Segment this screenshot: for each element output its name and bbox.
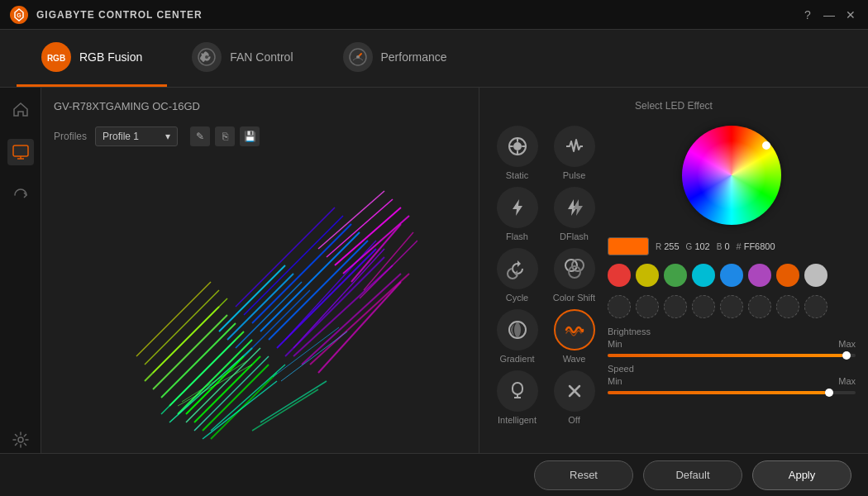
rgb-fusion-icon: RGB — [41, 42, 71, 72]
sidebar-item-home[interactable] — [7, 96, 34, 122]
help-button[interactable]: ? — [800, 7, 815, 22]
sidebar-item-monitor[interactable] — [7, 139, 34, 165]
svg-line-58 — [364, 232, 413, 290]
effect-off-btn[interactable] — [554, 370, 595, 412]
color-circle-custom-8[interactable] — [804, 295, 827, 318]
speed-label: Speed — [608, 364, 634, 374]
brightness-fill — [608, 354, 843, 357]
b-value: 0 — [724, 241, 729, 251]
svg-line-46 — [236, 282, 302, 348]
effect-flash-btn[interactable] — [497, 187, 538, 228]
color-circle-blue[interactable] — [720, 264, 743, 287]
apply-button[interactable]: Apply — [752, 460, 851, 490]
effect-gradient-btn[interactable] — [497, 309, 538, 351]
profile-action-icons: ✎ ⎘ 💾 — [190, 126, 260, 146]
effect-colorshift-btn[interactable] — [554, 248, 595, 289]
speed-thumb[interactable] — [825, 389, 833, 397]
svg-line-37 — [293, 249, 384, 348]
effect-cycle[interactable]: Cycle — [492, 248, 542, 303]
effect-off-label: Off — [568, 415, 579, 425]
effect-gradient[interactable]: Gradient — [492, 309, 542, 364]
svg-text:RGB: RGB — [47, 54, 65, 63]
sidebar-item-update[interactable] — [7, 182, 34, 208]
tab-performance[interactable]: Performance — [318, 30, 472, 87]
app-title: GIGABYTE CONTROL CENTER — [36, 9, 203, 21]
color-circle-red[interactable] — [608, 264, 631, 287]
bottom-bar: Reset Default Apply — [0, 453, 868, 496]
gpu-visualization — [54, 156, 466, 441]
color-circle-yellow[interactable] — [636, 264, 659, 287]
color-circle-purple[interactable] — [748, 264, 771, 287]
brightness-thumb[interactable] — [842, 351, 851, 360]
svg-line-25 — [161, 340, 236, 414]
color-wheel-section[interactable] — [608, 126, 856, 225]
effect-off[interactable]: Off — [549, 370, 599, 425]
fan-control-icon — [192, 42, 222, 72]
tab-fan-control[interactable]: FAN Control — [167, 30, 317, 87]
effect-static[interactable]: Static — [492, 126, 542, 180]
effect-flash-label: Flash — [506, 231, 528, 241]
title-bar: G GIGABYTE CONTROL CENTER ? — ✕ — [0, 0, 868, 30]
gpu-svg — [103, 156, 417, 441]
brightness-track[interactable] — [608, 354, 856, 357]
effect-intelligent-btn[interactable] — [497, 370, 538, 412]
svg-line-13 — [203, 365, 269, 431]
effect-static-btn[interactable] — [497, 126, 538, 167]
color-input-row: R 255 G 102 B 0 # FF6800 — [608, 237, 856, 255]
effect-cycle-btn[interactable] — [497, 248, 538, 289]
effect-flash[interactable]: Flash — [492, 187, 542, 241]
effect-wave-btn[interactable] — [554, 309, 595, 351]
effect-wave-label: Wave — [563, 354, 586, 364]
color-circle-custom-3[interactable] — [664, 295, 687, 318]
effect-dflash[interactable]: DFlash — [549, 187, 599, 241]
profile-copy-button[interactable]: ⎘ — [215, 126, 235, 146]
minimize-button[interactable]: — — [822, 7, 837, 22]
color-circle-custom-1[interactable] — [608, 295, 631, 318]
color-swatch[interactable] — [608, 237, 649, 255]
effect-dflash-btn[interactable] — [554, 187, 595, 228]
color-circle-custom-6[interactable] — [748, 295, 771, 318]
device-name: GV-R78XTGAMING OC-16GD — [54, 100, 466, 112]
svg-line-44 — [219, 265, 285, 331]
default-button[interactable]: Default — [643, 460, 742, 490]
nav-tabs: RGB RGB Fusion FAN Control Performance — [0, 30, 868, 88]
color-circle-custom-7[interactable] — [776, 295, 799, 318]
svg-line-55 — [281, 331, 347, 381]
reset-button[interactable]: Reset — [534, 460, 633, 490]
effect-intelligent[interactable]: Intelligent — [492, 370, 542, 425]
profiles-select[interactable]: Profile 1 ▾ — [95, 126, 178, 146]
svg-rect-7 — [13, 145, 28, 156]
color-circle-white[interactable] — [804, 264, 827, 287]
color-circle-custom-4[interactable] — [692, 295, 715, 318]
tab-rgb-fusion[interactable]: RGB RGB Fusion — [17, 30, 167, 87]
r-value: 255 — [664, 241, 679, 251]
color-circle-custom-2[interactable] — [636, 295, 659, 318]
profiles-label: Profiles — [54, 131, 87, 142]
hex-label: # — [737, 241, 742, 251]
close-button[interactable]: ✕ — [843, 7, 858, 22]
effect-wave[interactable]: Wave — [549, 309, 599, 364]
color-circle-orange[interactable] — [776, 264, 799, 287]
speed-track[interactable] — [608, 391, 856, 394]
performance-icon — [343, 42, 373, 72]
window-controls[interactable]: ? — ✕ — [800, 7, 858, 22]
color-circle-green[interactable] — [664, 264, 687, 287]
svg-line-51 — [260, 381, 327, 422]
color-circle-custom-5[interactable] — [720, 295, 743, 318]
speed-max-label: Max — [838, 376, 856, 386]
chevron-down-icon: ▾ — [165, 131, 170, 142]
svg-line-48 — [153, 298, 227, 373]
led-effects-grid: Static Pulse Flash — [492, 126, 599, 425]
effect-colorshift[interactable]: Color Shift — [549, 248, 599, 303]
color-wheel[interactable] — [682, 126, 781, 225]
color-g-channel: G 102 — [686, 241, 710, 251]
brightness-label: Brightness — [608, 327, 651, 336]
r-label: R — [656, 242, 661, 251]
sidebar-item-settings[interactable] — [7, 427, 34, 453]
profile-edit-button[interactable]: ✎ — [190, 126, 210, 146]
profile-save-button[interactable]: 💾 — [240, 126, 260, 146]
effect-pulse[interactable]: Pulse — [549, 126, 599, 180]
effect-pulse-btn[interactable] — [554, 126, 595, 167]
svg-rect-72 — [513, 383, 522, 394]
color-circle-cyan[interactable] — [692, 264, 715, 287]
